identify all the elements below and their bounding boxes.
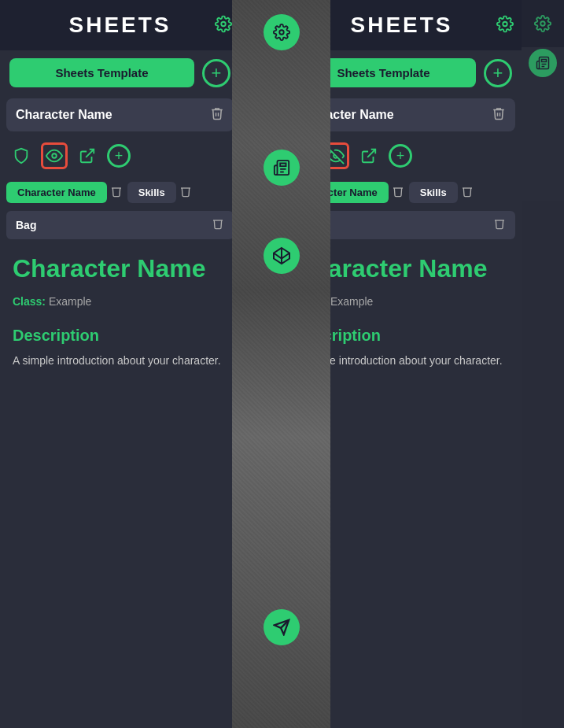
left-skills-tab-item: Skills (127, 182, 192, 203)
svg-point-3 (279, 30, 284, 35)
external-link-icon (79, 147, 96, 164)
right-character-tab-trash[interactable] (392, 185, 404, 201)
left-shield-button[interactable] (13, 147, 30, 164)
left-template-button[interactable]: Sheets Template (9, 58, 194, 87)
gear-icon (215, 16, 232, 33)
far-right-panel (522, 0, 564, 728)
svg-line-10 (367, 150, 375, 157)
right-add-template-button[interactable]: + (484, 59, 512, 87)
right-add-tab-button[interactable]: + (389, 144, 412, 168)
overlay-news-button[interactable] (264, 150, 300, 186)
trash-icon-skills (179, 185, 192, 198)
right-skills-tab[interactable]: Skills (409, 182, 458, 203)
trash-icon-tab (110, 185, 123, 198)
far-right-news (522, 47, 564, 79)
left-header: SHEETS (0, 0, 240, 50)
left-content-area: Character Name Class: Example Descriptio… (0, 242, 240, 728)
right-trash-icon-skills (461, 185, 474, 198)
left-add-tab-button[interactable]: + (107, 144, 131, 168)
dice-icon (272, 246, 291, 265)
overlay-gear-button[interactable] (264, 14, 300, 50)
overlay-icons (232, 0, 330, 650)
svg-point-1 (52, 153, 57, 158)
svg-line-2 (86, 150, 94, 157)
right-class-value: Example (330, 295, 373, 308)
left-skills-tab-trash[interactable] (179, 185, 192, 201)
overlay-send-button[interactable] (264, 609, 300, 645)
far-right-news-icon (536, 56, 550, 70)
right-skills-tab-item: Skills (409, 182, 474, 203)
left-gear-button[interactable] (215, 16, 232, 35)
left-bag-row: Bag (6, 211, 234, 239)
far-right-header (522, 0, 564, 47)
left-character-name-tab[interactable]: Character Name (6, 182, 107, 203)
svg-point-11 (540, 21, 545, 26)
right-external-link-button[interactable] (360, 147, 378, 164)
left-template-row: Sheets Template + (0, 50, 240, 95)
left-icon-row: + (0, 135, 240, 177)
trash-icon (210, 106, 224, 120)
left-character-name-label: Character Name (16, 108, 204, 122)
news-icon (273, 159, 290, 176)
right-trash-icon-tab (392, 185, 404, 198)
right-trash-icon-bag (493, 217, 506, 230)
right-title: SHEETS (350, 13, 452, 37)
left-panel: SHEETS Sheets Template + Character Name (0, 0, 240, 728)
left-class-label: Class: (13, 295, 46, 308)
left-skills-tab[interactable]: Skills (127, 182, 176, 203)
send-icon (273, 619, 290, 636)
left-character-tab-trash[interactable] (110, 185, 123, 201)
left-character-name-trash[interactable] (210, 106, 224, 124)
left-description-text: A simple introduction about your charact… (13, 353, 227, 369)
right-skills-tab-trash[interactable] (461, 185, 474, 201)
left-class-value: Example (49, 295, 91, 308)
right-plus-icon: + (493, 63, 503, 83)
left-add-template-button[interactable]: + (202, 59, 230, 87)
left-tabs-row: Character Name Skills (0, 177, 240, 208)
right-trash-icon (492, 106, 506, 120)
right-bag-trash[interactable] (493, 217, 506, 233)
far-right-news-btn (529, 49, 557, 77)
right-gear-button[interactable] (496, 16, 514, 35)
plus-icon-small: + (115, 148, 123, 164)
left-class-line: Class: Example (13, 295, 227, 308)
left-eye-button[interactable] (41, 142, 68, 169)
right-plus-icon-small: + (396, 148, 405, 164)
trash-icon-bag (212, 217, 224, 230)
middle-overlay (232, 0, 330, 728)
plus-icon: + (212, 63, 222, 83)
left-external-link-button[interactable] (79, 147, 96, 164)
shield-icon (13, 147, 30, 164)
eye-icon (46, 147, 63, 164)
right-external-link-icon (360, 147, 378, 164)
left-title: SHEETS (68, 13, 171, 37)
overlay-dice-button[interactable] (264, 238, 300, 274)
left-character-name-row: Character Name (6, 98, 234, 131)
left-bag-label: Bag (16, 219, 205, 231)
left-description-heading: Description (13, 327, 227, 345)
left-character-name-tab-item: Character Name (6, 182, 123, 203)
left-char-big-name: Character Name (13, 255, 227, 283)
svg-point-0 (221, 22, 226, 27)
right-gear-icon (496, 16, 514, 33)
svg-point-8 (503, 22, 507, 27)
right-character-name-trash[interactable] (492, 106, 506, 124)
far-right-gear-icon (534, 15, 551, 32)
overlay-gear-icon (273, 24, 290, 41)
left-bag-trash[interactable] (212, 217, 224, 233)
